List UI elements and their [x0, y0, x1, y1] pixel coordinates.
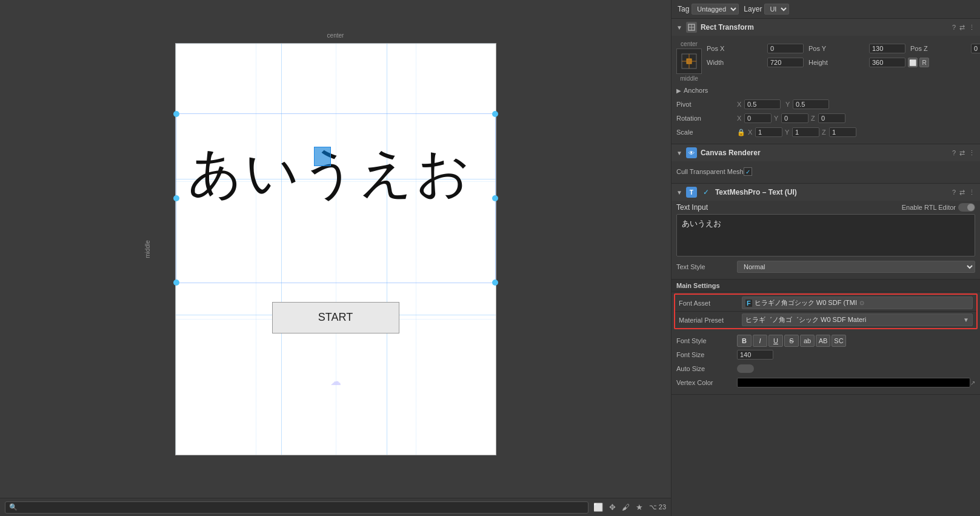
auto-size-row: Auto Size	[676, 363, 975, 375]
scene-canvas[interactable]: middle center	[0, 0, 671, 498]
style-btn-ab[interactable]: ab	[800, 335, 815, 347]
rotation-x-label: X	[737, 115, 744, 122]
auto-size-toggle[interactable]	[737, 364, 754, 373]
layer-dropdown[interactable]: UI	[764, 4, 789, 15]
rect-transform-icon	[686, 22, 697, 33]
settings-icon[interactable]: ⇄	[959, 24, 965, 32]
style-btn-SC[interactable]: SC	[832, 335, 846, 347]
vertex-color-expand[interactable]: ↗	[970, 380, 975, 386]
material-preset-label: Material Preset	[679, 317, 739, 324]
handle-top-right[interactable]	[492, 111, 498, 117]
height-input[interactable]	[869, 58, 905, 67]
font-size-label: Font Size	[676, 351, 737, 358]
handle-bottom-left[interactable]	[173, 280, 179, 286]
rotation-y-input[interactable]	[781, 113, 808, 123]
rect-transform-title: Rect Transform	[701, 23, 948, 32]
tmp-body: Text Input Enable RTL Editor あいうえお Text …	[672, 201, 980, 279]
constrain-icon[interactable]: ⬜	[908, 58, 918, 67]
search-icon: 🔍	[9, 503, 18, 511]
style-btn-u[interactable]: U	[768, 335, 783, 347]
middle-label: middle	[144, 240, 151, 258]
scale-x-label: X	[748, 129, 755, 136]
handle-bottom-right[interactable]	[492, 280, 498, 286]
scene-search-bar[interactable]: 🔍	[5, 501, 588, 514]
start-button[interactable]: START	[272, 302, 399, 333]
scale-label: Scale	[676, 129, 737, 136]
style-btn-AB[interactable]: AB	[816, 335, 830, 347]
cull-checkbox[interactable]: ✓	[744, 167, 752, 176]
width-input[interactable]	[767, 58, 804, 67]
anchors-row[interactable]: ▶ Anchors	[676, 84, 975, 96]
handle-top-left[interactable]	[173, 111, 179, 117]
tmp-check[interactable]: ✓	[703, 188, 709, 196]
font-style-body: Font Style B I U S ab AB SC Font Size	[672, 330, 980, 394]
font-asset-row: Font Asset F ヒラギノ角ゴシック W0 SDF (TMI ⊙	[675, 295, 976, 311]
text-style-dropdown[interactable]: Normal	[737, 261, 975, 273]
style-btn-b[interactable]: B	[737, 335, 752, 347]
canvas-settings-icon[interactable]: ⇄	[959, 149, 965, 157]
font-style-label: Font Style	[676, 337, 737, 344]
rotation-row: Rotation X Y Z	[676, 112, 975, 124]
style-btn-i[interactable]: I	[753, 335, 767, 347]
handle-mid-left[interactable]	[173, 195, 179, 201]
font-asset-label: Font Asset	[679, 300, 739, 307]
anchors-arrow: ▶	[676, 87, 681, 94]
font-asset-value[interactable]: F ヒラギノ角ゴシック W0 SDF (TMI ⊙	[742, 297, 973, 309]
rotation-z-label: Z	[811, 115, 818, 122]
anchor-widget: center middle	[676, 41, 702, 82]
handle-mid-right[interactable]	[492, 195, 498, 201]
pivot-y-input[interactable]	[793, 99, 829, 109]
canvas-renderer-title: Canvas Renderer	[701, 149, 948, 157]
vertex-color-bar[interactable]	[737, 378, 970, 387]
textmeshpro-header[interactable]: ▼ T ✓ TextMeshPro – Text (UI) ? ⇄ ⋮	[672, 184, 980, 201]
cull-row: Cull Transparent Mesh ✓	[676, 166, 975, 178]
rtl-switch[interactable]	[958, 203, 975, 212]
more-icon[interactable]: ⋮	[968, 24, 975, 32]
scale-lock-icon: 🔒	[737, 129, 745, 136]
pos-x-label: Pos X	[707, 45, 767, 52]
tmp-help-icon[interactable]: ?	[952, 189, 956, 196]
canvas-help-icon[interactable]: ?	[952, 149, 956, 156]
text-input-area[interactable]: あいうえお	[676, 214, 975, 256]
move-icon[interactable]: ✥	[609, 503, 616, 512]
pos-y-input[interactable]	[869, 44, 905, 53]
pos-z-input[interactable]	[971, 44, 980, 53]
rect-transform-comp-icons: ? ⇄ ⋮	[952, 24, 975, 32]
tmp-more-icon[interactable]: ⋮	[968, 189, 975, 196]
canvas-more-icon[interactable]: ⋮	[968, 149, 975, 157]
pos-x-input[interactable]	[767, 44, 804, 53]
size-row: Width Height ⬜ R	[707, 56, 980, 69]
scale-row: Scale 🔒 X Y Z	[676, 126, 975, 138]
canvas-renderer-icon: 👁	[686, 147, 697, 158]
canvas-renderer-comp-icons: ? ⇄ ⋮	[952, 149, 975, 157]
font-size-input[interactable]	[737, 350, 773, 360]
rect-transform-component: ▼ Rect Transform ? ⇄ ⋮ center	[672, 19, 980, 144]
tag-section: Tag Untagged	[678, 4, 739, 15]
scale-x-input[interactable]	[755, 127, 782, 137]
pivot-x-input[interactable]	[744, 99, 781, 109]
scale-z-input[interactable]	[829, 127, 856, 137]
canvas-renderer-header[interactable]: ▼ 👁 Canvas Renderer ? ⇄ ⋮	[672, 144, 980, 161]
pos-y-label: Pos Y	[808, 45, 869, 52]
font-asset-target-icon[interactable]: ⊙	[859, 300, 864, 306]
canvas-background: あいうえお START ☁	[175, 43, 496, 455]
width-label: Width	[707, 59, 767, 66]
tmp-settings-icon[interactable]: ⇄	[959, 189, 965, 196]
rect-transform-header[interactable]: ▼ Rect Transform ? ⇄ ⋮	[672, 19, 980, 36]
fullscreen-icon[interactable]: ⬜	[593, 503, 603, 512]
tmp-arrow: ▼	[676, 189, 682, 196]
tag-dropdown[interactable]: Untagged	[692, 4, 739, 15]
layer-count: ⌥ 23	[649, 503, 666, 511]
help-icon[interactable]: ?	[952, 24, 956, 31]
material-preset-row: Material Preset ヒラギ゛ノ角ゴ゛シック W0 SDF Mater…	[675, 311, 976, 328]
material-preset-value[interactable]: ヒラギ゛ノ角ゴ゛シック W0 SDF Materi ▼	[742, 313, 973, 326]
rotation-x-input[interactable]	[744, 113, 772, 123]
brush-icon[interactable]: 🖌	[622, 503, 630, 512]
rotation-z-input[interactable]	[818, 113, 845, 123]
r-button[interactable]: R	[919, 58, 929, 67]
pos-row: Pos X Pos Y Pos Z	[707, 42, 980, 55]
star-icon[interactable]: ★	[636, 503, 643, 512]
style-btn-s[interactable]: S	[784, 335, 799, 347]
scale-y-input[interactable]	[792, 127, 819, 137]
anchor-widget-box[interactable]	[676, 49, 702, 74]
